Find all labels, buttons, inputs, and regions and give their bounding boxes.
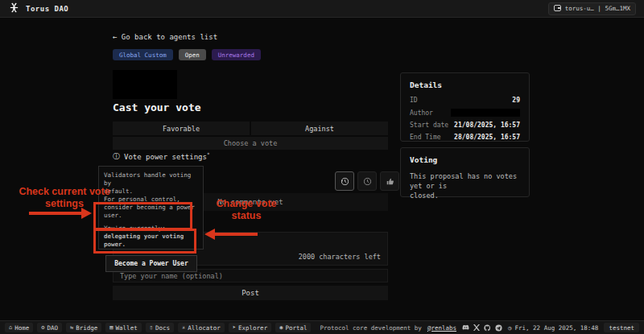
top-bar: Torus DAO torus-u… | 5Gm…1MX	[0, 0, 644, 18]
redacted-title-block	[113, 70, 177, 99]
current-status-label: You're currently:	[104, 225, 199, 233]
details-title: Details	[410, 80, 520, 89]
network-badge[interactable]: testnet	[604, 323, 639, 332]
footer-right: Protocol core development by @renlabs ◷ …	[320, 323, 639, 332]
discord-icon[interactable]	[462, 324, 469, 331]
favorable-button[interactable]: Favorable	[113, 122, 250, 135]
thumbs-up-icon	[386, 177, 394, 186]
cast-vote-title: Cast your vote	[113, 101, 201, 113]
characters-left-counter: 2000 characters left	[299, 253, 381, 261]
brand: Torus DAO	[8, 2, 68, 14]
clock-icon	[363, 177, 372, 186]
portal-icon: ◉	[279, 324, 283, 331]
annotation-change-status: Change vote status	[201, 198, 291, 222]
sort-oldest-button[interactable]	[357, 171, 377, 191]
tooltip-line: For personal control,	[104, 196, 199, 204]
badge-global-custom: Global Custom	[113, 49, 173, 60]
redacted-author-value	[451, 109, 520, 117]
detail-label: Start date	[410, 122, 448, 129]
torus-dao-page: Torus DAO torus-u… | 5Gm…1MX ← Go back t…	[0, 0, 644, 334]
footer-nav: ⌂Home ⚙DAO ⇆Bridge ▤Wallet ▯Docs ✳Alloca…	[5, 323, 311, 332]
footer-nav-docs[interactable]: ▯Docs	[146, 323, 174, 332]
x-twitter-icon[interactable]	[473, 324, 480, 331]
vote-power-tooltip: Validators handle voting by default. For…	[98, 166, 204, 249]
footer-nav-bridge[interactable]: ⇆Bridge	[66, 323, 101, 332]
post-button[interactable]: Post	[113, 286, 388, 300]
vote-power-settings-toggle[interactable]: ⓘ Vote power settings*	[113, 151, 210, 162]
torus-logo-icon	[8, 2, 20, 14]
wallet-icon: ▤	[109, 324, 113, 331]
back-label: Go back to agents list	[122, 33, 217, 41]
detail-row-start-date: Start date 21/08/2025, 16:57	[410, 122, 520, 129]
voting-message: This proposal has no votes yet or is clo…	[410, 171, 520, 200]
tooltip-line: consider becoming a power	[104, 204, 199, 212]
renlabs-link[interactable]: @renlabs	[427, 324, 456, 332]
tooltip-line: Validators handle voting by	[104, 171, 199, 188]
footer-nav-dao[interactable]: ⚙DAO	[37, 323, 62, 332]
settings-asterisk: *	[207, 151, 210, 157]
annotation-arrow-left-icon	[214, 233, 258, 236]
become-power-user-button[interactable]: Become a Power User	[105, 255, 197, 272]
wallet-icon	[554, 5, 561, 13]
allocator-icon: ✳	[182, 324, 185, 331]
explorer-icon: ➤	[233, 324, 236, 331]
against-button[interactable]: Against	[251, 122, 388, 135]
current-status-value: delegating your voting power.	[104, 233, 199, 249]
footer-nav-allocator[interactable]: ✳Allocator	[178, 323, 225, 332]
social-icons	[462, 324, 502, 332]
detail-row-id: ID 29	[410, 97, 520, 104]
telegram-icon[interactable]	[495, 324, 502, 332]
dao-gear-icon: ⚙	[41, 324, 44, 331]
vote-power-settings-label: Vote power settings*	[124, 151, 210, 161]
footer-nav-wallet[interactable]: ▤Wallet	[105, 323, 141, 332]
vote-option-row: Favorable Against	[113, 122, 388, 135]
tooltip-line: user.	[104, 212, 199, 220]
bottom-bar: ⌂Home ⚙DAO ⇆Bridge ▤Wallet ▯Docs ✳Alloca…	[0, 320, 644, 334]
annotation-arrow-right-icon	[29, 212, 82, 215]
github-icon[interactable]	[484, 324, 491, 332]
clock-icon: ◷	[508, 324, 512, 332]
badge-open: Open	[179, 49, 206, 60]
detail-value: 21/08/2025, 16:57	[454, 122, 520, 129]
home-icon: ⌂	[9, 324, 12, 331]
voting-card: Voting This proposal has no votes yet or…	[400, 147, 530, 197]
docs-icon: ▯	[150, 324, 153, 331]
footer-nav-home[interactable]: ⌂Home	[5, 323, 33, 332]
annotation-check-settings: Check current vote settings	[18, 186, 111, 210]
bridge-icon: ⇆	[70, 324, 73, 331]
footer-nav-portal[interactable]: ◉Portal	[275, 323, 311, 332]
badge-unrewarded: Unrewarded	[212, 49, 261, 60]
back-to-agents-link[interactable]: ← Go back to agents list	[113, 33, 217, 41]
wallet-button[interactable]: torus-u… | 5Gm…1MX	[548, 2, 636, 15]
choose-vote-button[interactable]: Choose a vote	[113, 137, 388, 150]
history-clock-icon	[341, 177, 349, 186]
detail-value: 28/08/2025, 16:57	[454, 134, 520, 141]
voting-title: Voting	[410, 155, 520, 164]
details-card: Details ID 29 Author Start date 21/08/20…	[400, 72, 530, 142]
info-icon: ⓘ	[113, 151, 120, 162]
badge-row: Global Custom Open Unrewarded	[113, 49, 261, 60]
tooltip-line: default.	[104, 188, 199, 196]
sort-recent-button[interactable]	[335, 171, 354, 191]
detail-label: Author	[410, 109, 433, 117]
back-arrow-icon: ←	[113, 33, 117, 41]
detail-label: ID	[410, 97, 418, 104]
brand-name: Torus DAO	[26, 5, 68, 13]
detail-row-author: Author	[410, 109, 520, 117]
credit-text: Protocol core development by	[320, 324, 421, 332]
sort-upvoted-button[interactable]	[380, 171, 399, 191]
detail-row-end-time: End Time 28/08/2025, 16:57	[410, 134, 520, 141]
detail-label: End Time	[410, 134, 441, 141]
footer-datetime: ◷ Fri, 22 Aug 2025, 18:48	[508, 324, 598, 332]
footer-nav-explorer[interactable]: ➤Explorer	[229, 323, 271, 332]
detail-value: 29	[512, 97, 520, 104]
wallet-address: torus-u… | 5Gm…1MX	[565, 5, 630, 12]
